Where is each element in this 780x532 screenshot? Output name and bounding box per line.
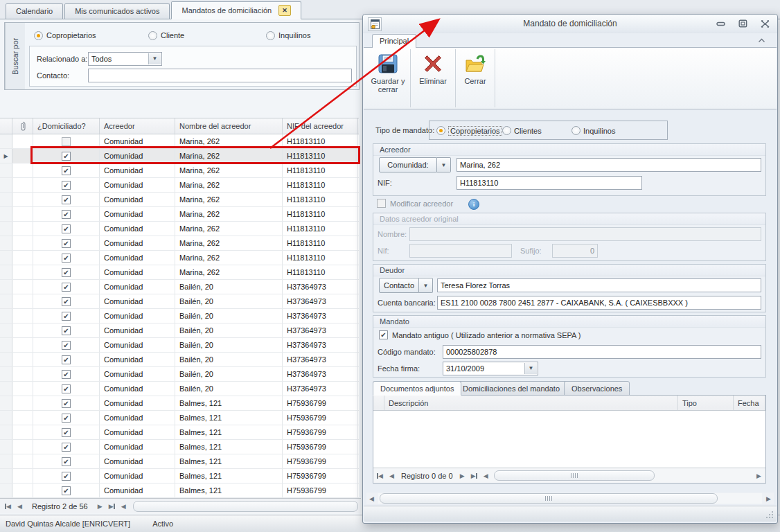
table-row[interactable]: ✔ComunidadBalmes, 121H75936799 xyxy=(0,440,359,454)
nif-field[interactable]: H11813110 xyxy=(457,176,642,190)
domiciliado-checkbox[interactable]: ✔ xyxy=(62,210,71,219)
relacionado-a-select[interactable]: Todos ▼ xyxy=(88,52,162,66)
table-row[interactable]: ✔ComunidadBailén, 20H37364973 xyxy=(0,338,359,353)
doc-next-record-button[interactable]: ▶ xyxy=(457,470,468,481)
tab-documentos-adjuntos[interactable]: Documentos adjuntos xyxy=(373,381,461,396)
domiciliado-cell[interactable]: ✔ xyxy=(33,193,100,206)
tab-mis-comunicados-activos[interactable]: Mis comunicados activos xyxy=(64,3,170,19)
resize-grip-icon[interactable] xyxy=(765,511,774,519)
domiciliado-checkbox[interactable]: ✔ xyxy=(62,472,71,481)
table-row[interactable]: ✔ComunidadMarina, 262H11813110 xyxy=(0,265,359,280)
collapse-ribbon-icon[interactable] xyxy=(756,36,766,44)
domiciliado-checkbox[interactable]: ✔ xyxy=(62,399,71,408)
mandato-antiguo-checkbox[interactable]: ✔ xyxy=(379,330,388,339)
table-row[interactable]: ✔ComunidadBailén, 20H37364973 xyxy=(0,367,359,382)
domiciliado-cell[interactable]: ✔ xyxy=(33,367,100,381)
table-row[interactable]: ✔ComunidadMarina, 262H11813110 xyxy=(0,251,359,265)
radio-clientes-dialog[interactable]: Clientes xyxy=(502,125,542,136)
table-row[interactable]: ✔ComunidadBalmes, 121H75936799 xyxy=(0,454,359,469)
doc-horizontal-scrollbar[interactable] xyxy=(493,470,752,481)
domiciliado-cell[interactable]: ✔ xyxy=(33,178,100,192)
table-row[interactable]: ✔ComunidadBailén, 20H37364973 xyxy=(0,309,359,323)
domiciliado-checkbox[interactable]: ✔ xyxy=(62,224,71,233)
radio-inquilinos[interactable]: Inquilinos xyxy=(266,30,310,40)
acreedor-nombre-field[interactable]: Marina, 262 xyxy=(457,158,761,172)
contacto-input[interactable] xyxy=(88,69,352,82)
table-row[interactable]: ✔ComunidadBailén, 20H37364973 xyxy=(0,280,359,294)
guardar-y-cerrar-button[interactable]: Guardar y cerrar xyxy=(368,48,408,109)
first-record-button[interactable]: ◀ xyxy=(3,501,13,512)
domiciliado-cell[interactable]: ✔ xyxy=(33,222,100,236)
chevron-down-icon[interactable]: ▼ xyxy=(524,363,537,374)
domiciliado-cell[interactable]: ✔ xyxy=(33,163,100,177)
domiciliado-cell[interactable]: ✔ xyxy=(33,382,100,396)
domiciliado-cell[interactable]: ✔ xyxy=(33,323,100,337)
dialog-scrollbar-thumb[interactable] xyxy=(380,493,718,504)
domiciliado-checkbox[interactable]: ✔ xyxy=(62,486,71,495)
eliminar-button[interactable]: Eliminar xyxy=(413,48,453,109)
domiciliado-cell[interactable]: ✔ xyxy=(33,411,100,425)
domiciliado-cell[interactable]: ✔ xyxy=(33,338,100,352)
domiciliado-checkbox[interactable]: ✔ xyxy=(62,428,71,437)
domiciliado-cell[interactable]: ✔ xyxy=(33,251,100,265)
domiciliado-cell[interactable]: ✔ xyxy=(33,469,100,483)
domiciliado-checkbox[interactable]: ✔ xyxy=(62,312,71,321)
dialog-scroll-track[interactable] xyxy=(378,493,762,504)
domiciliado-checkbox[interactable]: ✔ xyxy=(62,457,71,466)
scroll-left-button[interactable]: ◀ xyxy=(118,501,129,512)
domiciliado-checkbox[interactable]: ✔ xyxy=(62,283,71,292)
table-row[interactable]: ✔ComunidadBailén, 20H37364973 xyxy=(0,382,359,396)
column-header-nombre-acreedor[interactable]: Nombre del acreedor xyxy=(175,118,283,134)
domiciliado-checkbox[interactable]: ✔ xyxy=(62,326,71,335)
table-row[interactable]: ✔ComunidadMarina, 262H11813110 xyxy=(0,193,359,207)
domiciliado-cell[interactable]: ✔ xyxy=(33,440,100,454)
table-row[interactable]: ✔ComunidadMarina, 262H11813110 xyxy=(0,163,359,178)
domiciliado-checkbox[interactable]: ✔ xyxy=(62,268,71,277)
table-row[interactable]: ✔ComunidadBailén, 20H37364973 xyxy=(0,294,359,309)
table-row[interactable]: ✔ComunidadBailén, 20H37364973 xyxy=(0,323,359,338)
tab-mandatos-de-domiciliacion[interactable]: Mandatos de domiciliación ✕ xyxy=(171,1,301,19)
close-tab-icon[interactable]: ✕ xyxy=(278,5,291,16)
codigo-mandato-field[interactable]: 000025802878 xyxy=(443,345,761,359)
tab-domiciliaciones-del-mandato[interactable]: Domiciliaciones del mandato xyxy=(455,381,567,396)
fecha-firma-select[interactable]: 31/10/2009 ▼ xyxy=(443,362,538,375)
domiciliado-cell[interactable]: ✔ xyxy=(33,207,100,221)
cuenta-bancaria-field[interactable]: ES11 2100 0028 7800 2451 2877 - CAIXABAN… xyxy=(437,296,761,310)
table-row[interactable]: ✔ComunidadMarina, 262H11813110 xyxy=(0,222,359,236)
column-header-nif-acreedor[interactable]: NIF del acreedor xyxy=(283,118,358,134)
radio-cliente[interactable]: Cliente xyxy=(148,30,184,40)
table-row[interactable]: ✔ComunidadBalmes, 121H75936799 xyxy=(0,425,359,440)
domiciliado-checkbox[interactable]: ✔ xyxy=(62,297,71,306)
close-icon[interactable] xyxy=(759,19,770,28)
doc-scroll-left-button[interactable]: ◀ xyxy=(481,470,491,481)
next-record-button[interactable]: ▶ xyxy=(95,501,105,512)
domiciliado-cell[interactable]: ✔ xyxy=(33,309,100,323)
chevron-down-icon[interactable]: ▼ xyxy=(419,278,433,293)
horizontal-scrollbar-thumb[interactable] xyxy=(133,501,358,512)
domiciliado-cell[interactable]: ✔ xyxy=(33,396,100,410)
dialog-scroll-right-button[interactable]: ▶ xyxy=(763,493,774,504)
dialog-title-bar[interactable]: Mandato de domiciliación xyxy=(363,15,777,33)
domiciliado-cell[interactable]: ✔ xyxy=(33,236,100,250)
last-record-button[interactable]: ▶ xyxy=(107,501,117,512)
domiciliado-cell[interactable]: ✔ xyxy=(33,425,100,439)
deudor-nombre-field[interactable]: Teresa Florez Torras xyxy=(437,278,761,292)
domiciliado-checkbox[interactable]: ✔ xyxy=(62,355,71,364)
domiciliado-checkbox[interactable]: ✔ xyxy=(62,370,71,379)
dialog-horizontal-scrollbar[interactable]: ◀ ▶ xyxy=(366,493,774,504)
domiciliado-checkbox[interactable]: ✔ xyxy=(62,341,71,350)
domiciliado-checkbox[interactable]: ✔ xyxy=(62,443,71,452)
column-header-domiciliado[interactable]: ¿Domiciliado? xyxy=(33,118,100,134)
domiciliado-checkbox[interactable]: ✔ xyxy=(62,166,71,175)
column-header-fecha[interactable]: Fecha xyxy=(734,396,765,410)
domiciliado-cell[interactable]: ✔ xyxy=(33,280,100,294)
attachment-column-header[interactable] xyxy=(12,118,33,134)
minimize-icon[interactable] xyxy=(715,19,726,28)
tab-principal[interactable]: Principal xyxy=(372,34,416,48)
domiciliado-cell[interactable]: ✔ xyxy=(33,484,100,497)
domiciliado-checkbox[interactable]: ✔ xyxy=(62,239,71,248)
doc-scrollbar-thumb[interactable] xyxy=(494,470,655,481)
dialog-scroll-left-button[interactable]: ◀ xyxy=(366,493,377,504)
domiciliado-cell[interactable]: ✔ xyxy=(33,265,100,279)
doc-scroll-right-button[interactable]: ▶ xyxy=(754,470,764,481)
